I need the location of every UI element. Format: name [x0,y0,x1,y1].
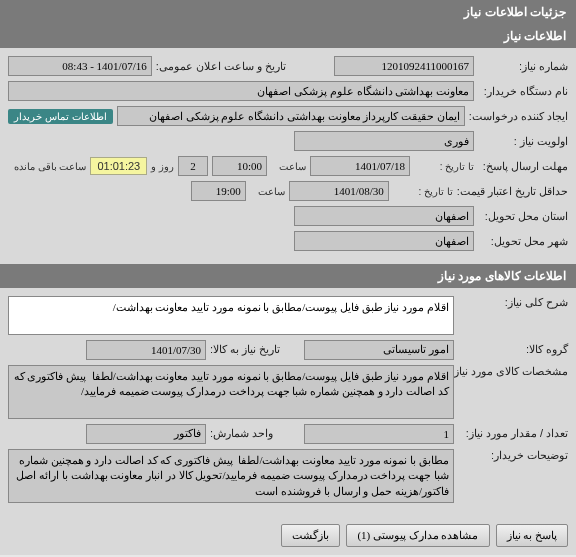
announce-label: تاریخ و ساعت اعلان عمومی: [156,60,286,73]
time-label-1: ساعت [271,161,306,172]
date-need-field [86,340,206,360]
need-info-header: اطلاعات نیاز [0,24,576,48]
qty-label: تعداد / مقدار مورد نیاز: [458,427,568,440]
need-number-field [334,56,474,76]
time-label-2: ساعت [250,186,285,197]
button-row: پاسخ به نیاز مشاهده مدارک پیوستی (1) باز… [0,516,576,555]
desc-field[interactable] [8,296,454,335]
until-label: تا تاریخ : [414,161,474,172]
group-field [304,340,454,360]
desc-label: شرح کلی نیاز: [458,296,568,309]
deadline-date-field [310,156,410,176]
city-field [294,231,474,251]
spec-field [8,365,454,419]
remaining-label: ساعت باقی مانده [14,161,87,172]
validity-date-field [289,181,389,201]
notes-label: توضیحات خریدار: [458,449,568,462]
reply-button[interactable]: پاسخ به نیاز [496,524,569,547]
until-label-2: تا تاریخ : [393,186,453,197]
goods-body: شرح کلی نیاز: گروه کالا: تاریخ نیاز به ک… [0,288,576,516]
validity-label: حداقل تاریخ اعتبار قیمت: [457,185,568,198]
province-label: استان محل تحویل: [478,210,568,223]
unit-label: واحد شمارش: [210,427,300,440]
back-button[interactable]: بازگشت [281,524,340,547]
date-need-label: تاریخ نیاز به کالا: [210,343,300,356]
need-number-label: شماره نیاز: [478,60,568,73]
days-label: روز و [151,161,174,172]
attachments-button[interactable]: مشاهده مدارک پیوستی (1) [346,524,489,547]
city-label: شهر محل تحویل: [478,235,568,248]
spec-label: مشخصات کالای مورد نیاز: [458,365,568,378]
qty-field [304,424,454,444]
group-label: گروه کالا: [458,343,568,356]
creator-field [117,106,465,126]
goods-header: اطلاعات کالاهای مورد نیاز [0,264,576,288]
priority-label: اولویت نیاز : [478,135,568,148]
announce-field [8,56,152,76]
province-field [294,206,474,226]
unit-field [86,424,206,444]
contact-buyer-badge[interactable]: اطلاعات تماس خریدار [8,109,113,124]
priority-field [294,131,474,151]
days-field [178,156,208,176]
need-info-body: شماره نیاز: تاریخ و ساعت اعلان عمومی: نا… [0,48,576,264]
countdown-timer: 01:01:23 [90,157,147,175]
creator-label: ایجاد کننده درخواست: [469,110,568,123]
deadline-time-field [212,156,267,176]
deadline-label: مهلت ارسال پاسخ: [478,160,568,173]
notes-field [8,449,454,503]
details-header: جزئیات اطلاعات نیاز [0,0,576,24]
dept-field [8,81,474,101]
validity-time-field [191,181,246,201]
dept-label: نام دستگاه خریدار: [478,85,568,98]
